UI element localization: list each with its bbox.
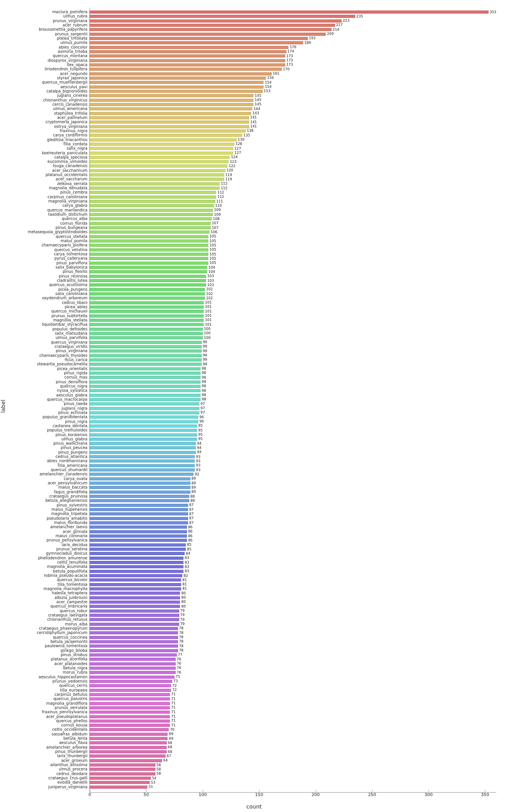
bar: [90, 328, 203, 331]
bar-value-label: 120: [227, 169, 233, 172]
bar: [90, 530, 187, 533]
bar-value-label: 127: [234, 147, 241, 150]
bar-row: crataegus_crus-galli54: [90, 776, 496, 780]
bar: [90, 349, 202, 353]
bar-value-label: 138: [247, 129, 253, 133]
bar-value-label: 115: [221, 187, 227, 190]
bar: [90, 768, 155, 771]
bar-value-label: 128: [236, 142, 242, 146]
y-tick-label: pinus_bungeana: [56, 226, 90, 230]
bar-value-label: 81: [182, 587, 187, 590]
y-tick-label: salix_nigra: [66, 147, 90, 150]
bar-row: salix_matsudana100: [90, 332, 496, 335]
bar-value-label: 83: [185, 561, 189, 564]
y-tick-label: tsuga_canadensis: [53, 164, 90, 168]
bar: [90, 257, 208, 260]
bar-row: pinus_echinata97: [90, 411, 496, 415]
y-tick-label: ulmus_pumila: [60, 41, 90, 45]
bar-value-label: 98: [202, 380, 206, 384]
y-tick-label: prunus_subhirtella: [51, 314, 90, 318]
bar-value-label: 153: [264, 89, 271, 93]
bar-row: maclura_pomifera353: [90, 10, 496, 14]
bar-value-label: 101: [205, 323, 211, 327]
bar-value-label: 174: [288, 50, 294, 53]
bar-row: acer_pensylvanicum89: [90, 481, 496, 485]
bar-value-label: 170: [283, 68, 290, 71]
bar-value-label: 78: [179, 627, 183, 630]
bar: [90, 209, 213, 212]
y-tick-label: aesculus_flava: [59, 741, 90, 745]
bar-row: ulmus_americana144: [90, 107, 496, 111]
bar-value-label: 79: [180, 618, 185, 622]
bar-value-label: 96: [199, 416, 204, 419]
bar-row: quercus_robur79: [90, 609, 496, 613]
bar: [90, 667, 176, 670]
y-tick-label: ulmus_rubra: [63, 14, 90, 18]
bar-row: betula_populifolia83: [90, 569, 496, 573]
bar: [90, 103, 253, 106]
bar-value-label: 105: [209, 244, 216, 247]
bar: [90, 438, 197, 441]
bar: [90, 120, 249, 124]
bar-value-label: 103: [207, 283, 214, 287]
bar-row: gleditsia_triacanthos130: [90, 138, 496, 142]
bar-row: liriodendron_tulipifera170: [90, 67, 496, 71]
bar-row: koelreuteria_paniculata127: [90, 151, 496, 155]
bar-value-label: 79: [180, 622, 185, 626]
bar: [90, 314, 204, 318]
bar-value-label: 101: [205, 310, 211, 313]
bar-value-label: 105: [209, 257, 216, 260]
y-tick-label: morus_alba: [65, 622, 90, 626]
bar-row: gymnocladus_dioicus84: [90, 552, 496, 555]
bar-value-label: 95: [198, 429, 203, 432]
bar-row: cladrastis_lutea103: [90, 279, 496, 283]
bar-value-label: 73: [173, 679, 178, 683]
bar-row: ulmus_rubra235: [90, 14, 496, 18]
y-tick-label: salix_caroliniana: [55, 292, 90, 296]
bar: [90, 526, 187, 529]
y-tick-label: morus_rubra: [63, 671, 90, 674]
bar-value-label: 75: [176, 675, 180, 679]
bar: [90, 288, 205, 291]
bar: [90, 46, 288, 49]
y-tick-label: liquidambar_styraciflua: [42, 323, 90, 327]
bar-row: stewartia_pseudocamellia99: [90, 362, 496, 366]
bar-value-label: 145: [255, 103, 261, 106]
y-tick-label: pinus_parviflora: [56, 261, 90, 265]
bar: [90, 777, 151, 780]
bar: [90, 152, 233, 155]
bar-row: chionanthus_virginicus145: [90, 98, 496, 102]
y-tick-label: staphylea_trifolia: [54, 112, 90, 115]
bar-value-label: 98: [202, 389, 206, 393]
bar-value-label: 94: [197, 451, 201, 454]
bar: [90, 63, 285, 66]
bar-value-label: 86: [188, 530, 192, 533]
bar: [90, 605, 180, 608]
bar: [90, 10, 489, 14]
bar: [90, 521, 188, 524]
bar-row: platanus_acerifolia76: [90, 657, 496, 661]
bar-row: asimina_triloba174: [90, 50, 496, 54]
bar-row: quercus_coccinea78: [90, 636, 496, 639]
bar-value-label: 71: [171, 697, 175, 701]
bar-row: quercus_palustris71: [90, 697, 496, 701]
bar-row: quercus_michauxii101: [90, 309, 496, 313]
bar-row: ptelea_trifoliata193: [90, 37, 496, 40]
bar-row: cornus_florida107: [90, 222, 496, 225]
bar-value-label: 105: [209, 253, 216, 256]
y-tick-label: acer_saccharum: [56, 177, 90, 181]
bar-row: prunus_virginiana223: [90, 19, 496, 23]
bar-value-label: 78: [179, 649, 183, 652]
bar: [90, 442, 196, 445]
bar: [90, 283, 206, 286]
bar-row: pinus_densiflora98: [90, 380, 496, 384]
bar-row: cedrus_libani101: [90, 301, 496, 305]
y-tick-label: cornus_florida: [60, 222, 90, 225]
bar: [90, 464, 195, 467]
bar-row: pinus_cembra112: [90, 190, 496, 194]
bar-value-label: 105: [209, 235, 216, 238]
bar: [90, 160, 229, 163]
bar-row: quercus_montana173: [90, 54, 496, 58]
y-tick-label: betula_lenta: [63, 737, 90, 740]
bar-row: pinus_taeda97: [90, 402, 496, 406]
